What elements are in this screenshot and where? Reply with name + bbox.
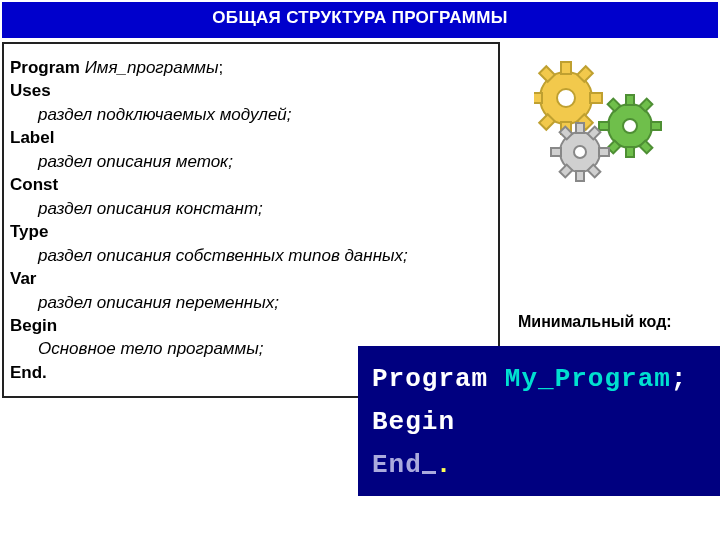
kw-begin: Begin xyxy=(10,314,490,337)
kw-var: Var xyxy=(10,267,490,290)
cursor-icon xyxy=(422,471,436,474)
term-program-name: My_Program xyxy=(505,364,671,394)
svg-rect-24 xyxy=(599,148,609,156)
svg-point-9 xyxy=(557,89,575,107)
svg-rect-12 xyxy=(626,147,634,157)
kw-label: Label xyxy=(10,126,490,149)
svg-rect-23 xyxy=(551,148,561,156)
svg-rect-3 xyxy=(534,93,542,103)
svg-rect-4 xyxy=(590,93,602,103)
var-body: раздел описания переменных; xyxy=(10,291,490,314)
type-body: раздел описания собственных типов данных… xyxy=(10,244,490,267)
svg-rect-21 xyxy=(576,123,584,133)
term-kw-end: End xyxy=(372,450,422,480)
program-structure-box: Program Имя_программы; Uses раздел подкл… xyxy=(2,42,500,398)
svg-rect-13 xyxy=(599,122,609,130)
term-dot: . xyxy=(436,450,453,480)
kw-const: Const xyxy=(10,173,490,196)
semi: ; xyxy=(218,58,223,77)
minimal-code-label: Минимальный код: xyxy=(518,313,672,331)
const-body: раздел описания констант; xyxy=(10,197,490,220)
svg-point-19 xyxy=(623,119,637,133)
svg-rect-1 xyxy=(561,62,571,74)
svg-rect-11 xyxy=(626,95,634,105)
svg-rect-14 xyxy=(651,122,661,130)
kw-program: Program xyxy=(10,58,80,77)
program-name: Имя_программы xyxy=(80,58,219,77)
term-semi: ; xyxy=(671,364,688,394)
term-line-end: End. xyxy=(372,444,706,487)
uses-body: раздел подключаемых модулей; xyxy=(10,103,490,126)
kw-type: Type xyxy=(10,220,490,243)
term-kw-begin: Begin xyxy=(372,401,706,444)
right-column: Минимальный код: xyxy=(500,38,718,398)
page-title: ОБЩАЯ СТРУКТУРА ПРОГРАММЫ xyxy=(2,2,718,38)
content-area: Program Имя_программы; Uses раздел подкл… xyxy=(0,38,720,398)
term-line-program: Program My_Program; xyxy=(372,358,706,401)
kw-uses: Uses xyxy=(10,79,490,102)
terminal-snippet: Program My_Program; Begin End. xyxy=(358,346,720,496)
svg-point-29 xyxy=(574,146,586,158)
label-body: раздел описания меток; xyxy=(10,150,490,173)
svg-rect-22 xyxy=(576,171,584,181)
line-program: Program Имя_программы; xyxy=(10,56,490,79)
gears-icon xyxy=(534,56,674,190)
term-kw-program: Program xyxy=(372,364,505,394)
